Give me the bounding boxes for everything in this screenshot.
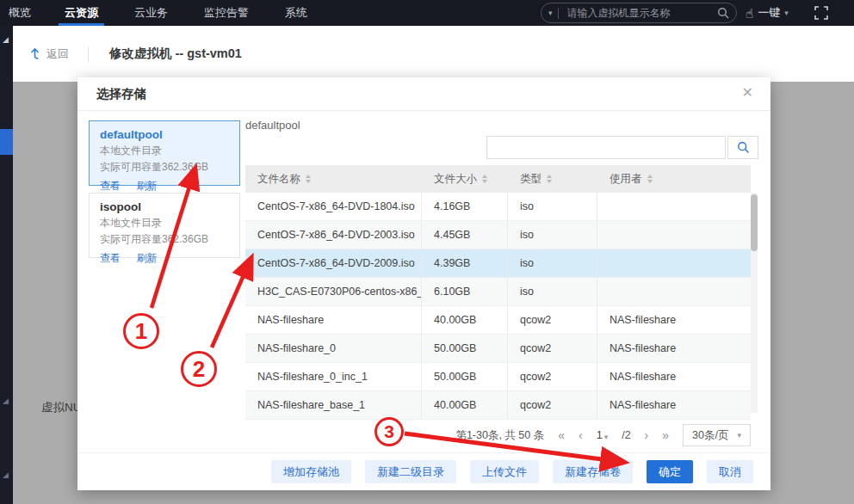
pagination: 第1-30条, 共 50 条 « ‹ 1 ▾ /2 › » 30条/页 ▾ bbox=[245, 423, 751, 447]
upload-file-button[interactable]: 上传文件 bbox=[470, 460, 539, 483]
fullscreen-icon[interactable] bbox=[814, 6, 828, 20]
divider bbox=[558, 8, 559, 19]
table-row[interactable]: CentOS-7-x86_64-DVD-2003.iso 4.45GB iso bbox=[245, 221, 751, 249]
column-header-file-name[interactable]: 文件名称 bbox=[245, 165, 422, 193]
page-size-select[interactable]: 30条/页 ▾ bbox=[683, 424, 751, 446]
caret-down-icon: ▾ bbox=[784, 9, 789, 17]
pool-capacity: 实际可用容量362.36GB bbox=[100, 232, 229, 246]
sort-icon bbox=[547, 175, 552, 183]
page-title: 修改虚拟机 -- gst-vm01 bbox=[109, 46, 242, 62]
back-button[interactable]: 返回 bbox=[28, 46, 69, 62]
collapsed-sidebar[interactable]: ◢ ◢ ◢ bbox=[0, 26, 13, 504]
table-scrollbar[interactable] bbox=[751, 193, 758, 413]
background-form-label: 虚拟NU bbox=[41, 400, 82, 415]
prev-page-button[interactable]: ‹ bbox=[579, 429, 583, 441]
back-label: 返回 bbox=[46, 46, 69, 62]
sort-icon bbox=[482, 175, 487, 183]
pool-card-defaultpool[interactable]: defaultpool 本地文件目录 实际可用容量362.36GB 查看 刷新 bbox=[89, 120, 240, 186]
view-link[interactable]: 查看 bbox=[100, 252, 121, 264]
table-row[interactable]: CentOS-7-x86_64-DVD-1804.iso 4.16GB iso bbox=[245, 193, 751, 221]
table-row-selected[interactable]: CentOS-7-x86_64-DVD-2009.iso 4.39GB iso bbox=[245, 249, 751, 278]
tab-monitor-alarm[interactable]: 监控告警 bbox=[186, 0, 267, 26]
search-icon bbox=[737, 141, 750, 154]
caret-down-icon: ▾ bbox=[604, 433, 609, 441]
pagination-range-text: 第1-30条, 共 50 条 bbox=[455, 428, 544, 443]
back-arrow-icon bbox=[28, 47, 41, 60]
column-header-user[interactable]: 使用者 bbox=[597, 165, 751, 193]
new-subdirectory-button[interactable]: 新建二级目录 bbox=[365, 460, 456, 483]
sidebar-arrow-icon: ◢ bbox=[3, 36, 9, 44]
sidebar-active-item-sliver bbox=[0, 129, 13, 155]
table-row[interactable]: NAS-fileshare_0 50.00GB qcow2 NAS-filesh… bbox=[245, 335, 751, 363]
search-icon[interactable] bbox=[717, 7, 729, 19]
first-page-button[interactable]: « bbox=[558, 429, 565, 441]
last-page-button[interactable]: » bbox=[662, 429, 669, 441]
page-header: 返回 修改虚拟机 -- gst-vm01 bbox=[13, 26, 854, 82]
pool-name: defaultpool bbox=[100, 128, 229, 141]
tab-system[interactable]: 系统 bbox=[267, 0, 325, 26]
file-search-button[interactable] bbox=[727, 136, 758, 159]
one-key-menu[interactable]: ☝ 一键 ▾ bbox=[746, 0, 789, 26]
tab-cloud-resources[interactable]: 云资源 bbox=[46, 0, 116, 26]
pool-name: isopool bbox=[100, 200, 229, 213]
top-nav-tabs: 概览 云资源 云业务 监控告警 系统 bbox=[0, 0, 325, 26]
new-storage-volume-button[interactable]: 新建存储卷 bbox=[553, 460, 633, 483]
scrollbar-thumb[interactable] bbox=[751, 194, 758, 251]
dialog-footer: 增加存储池 新建二级目录 上传文件 新建存储卷 确定 取消 bbox=[77, 452, 770, 490]
refresh-link[interactable]: 刷新 bbox=[136, 180, 157, 192]
hand-pointer-icon: ☝ bbox=[746, 7, 753, 20]
table-row[interactable]: H3C_CAS-E0730P06-centos-x86_64.iso 6.10G… bbox=[245, 278, 751, 306]
pool-capacity: 实际可用容量362.36GB bbox=[100, 160, 229, 174]
table-row[interactable]: NAS-fileshare_0_inc_1 50.00GB qcow2 NAS-… bbox=[245, 363, 751, 391]
file-search-input[interactable] bbox=[487, 137, 725, 158]
one-key-label: 一键 bbox=[758, 5, 780, 21]
pool-card-isopool[interactable]: isopool 本地文件目录 实际可用容量362.36GB 查看 刷新 bbox=[89, 193, 240, 258]
vm-search-input[interactable] bbox=[566, 6, 717, 20]
selected-pool-label: defaultpool bbox=[245, 119, 300, 132]
sort-icon bbox=[647, 175, 653, 183]
table-header: 文件名称 文件大小 类型 使用者 bbox=[245, 165, 751, 193]
sort-icon bbox=[306, 175, 311, 183]
add-storage-pool-button[interactable]: 增加存储池 bbox=[271, 460, 351, 483]
pool-type: 本地文件目录 bbox=[100, 144, 229, 157]
vm-search-box[interactable]: ▾ bbox=[541, 3, 737, 23]
table-row[interactable]: NAS-fileshare 40.00GB qcow2 NAS-fileshar… bbox=[245, 306, 751, 335]
column-header-file-size[interactable]: 文件大小 bbox=[422, 165, 508, 193]
sidebar-arrow-icon: ◢ bbox=[3, 471, 9, 479]
refresh-link[interactable]: 刷新 bbox=[136, 252, 157, 264]
sidebar-arrow-icon: ◢ bbox=[3, 397, 9, 405]
dialog-header: 选择存储 ✕ bbox=[77, 77, 770, 111]
divider bbox=[88, 46, 89, 62]
caret-down-icon: ▾ bbox=[737, 431, 741, 439]
pool-type: 本地文件目录 bbox=[100, 216, 229, 230]
cancel-button[interactable]: 取消 bbox=[707, 460, 753, 483]
next-page-button[interactable]: › bbox=[645, 429, 649, 441]
file-search-box[interactable] bbox=[486, 136, 726, 159]
search-scope-caret-icon[interactable]: ▾ bbox=[548, 9, 553, 17]
total-pages-label: /2 bbox=[622, 429, 630, 441]
select-storage-dialog: 选择存储 ✕ defaultpool 本地文件目录 实际可用容量362.36GB… bbox=[77, 77, 770, 490]
top-nav-bar: 概览 云资源 云业务 监控告警 系统 ▾ ☝ 一键 ▾ bbox=[0, 0, 854, 26]
dialog-title: 选择存储 bbox=[96, 77, 146, 110]
file-table: 文件名称 文件大小 类型 使用者 CentOS-7-x86_64-DVD-180… bbox=[245, 165, 751, 420]
current-page-select[interactable]: 1 ▾ bbox=[597, 429, 608, 441]
view-link[interactable]: 查看 bbox=[100, 180, 121, 192]
tab-cloud-services[interactable]: 云业务 bbox=[116, 0, 186, 26]
table-row[interactable]: NAS-fileshare_base_1 40.00GB qcow2 NAS-f… bbox=[245, 391, 751, 420]
tab-overview[interactable]: 概览 bbox=[0, 0, 46, 26]
close-icon[interactable]: ✕ bbox=[742, 84, 753, 101]
column-header-type[interactable]: 类型 bbox=[508, 165, 597, 193]
confirm-button[interactable]: 确定 bbox=[647, 460, 693, 483]
